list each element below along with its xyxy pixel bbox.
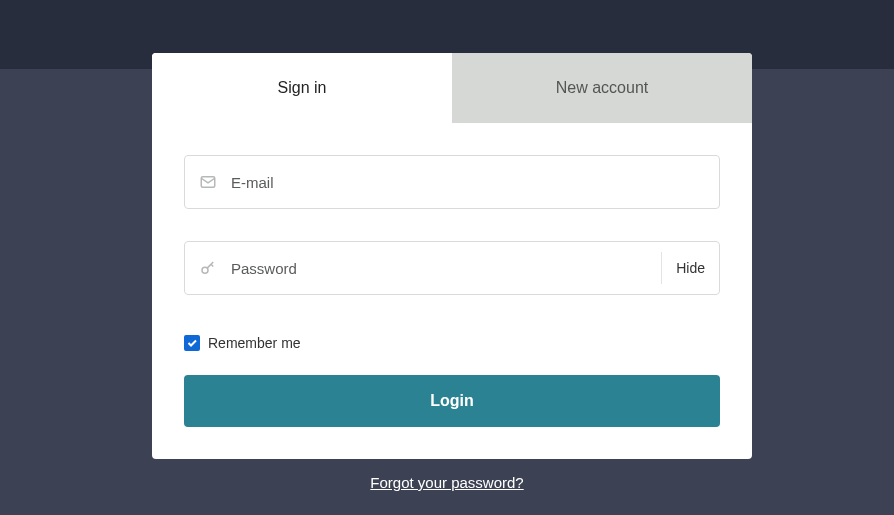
remember-me-row: Remember me: [184, 335, 720, 351]
tabs: Sign in New account: [152, 53, 752, 123]
remember-me-label: Remember me: [208, 335, 301, 351]
tab-new-account[interactable]: New account: [452, 53, 752, 123]
password-input[interactable]: [217, 260, 661, 277]
login-card: Sign in New account Hide: [152, 53, 752, 459]
email-input[interactable]: [217, 174, 705, 191]
password-field-wrapper: Hide: [184, 241, 720, 295]
remember-me-checkbox[interactable]: [184, 335, 200, 351]
toggle-password-visibility[interactable]: Hide: [661, 252, 705, 283]
tab-sign-in[interactable]: Sign in: [152, 53, 452, 123]
key-icon: [199, 259, 217, 277]
email-field-wrapper: [184, 155, 720, 209]
login-button[interactable]: Login: [184, 375, 720, 427]
mail-icon: [199, 173, 217, 191]
forgot-password-link[interactable]: Forgot your password?: [370, 474, 523, 491]
login-form: Hide Remember me Login: [152, 123, 752, 459]
forgot-password-row: Forgot your password?: [0, 474, 894, 492]
check-icon: [186, 337, 198, 349]
